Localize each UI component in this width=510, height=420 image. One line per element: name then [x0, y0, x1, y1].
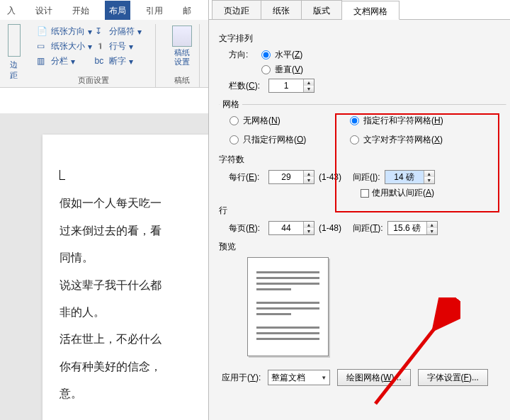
tab-document-grid[interactable]: 文档网格	[342, 1, 400, 20]
spinner-down-icon[interactable]: ▼	[304, 228, 314, 234]
spinner-down-icon[interactable]: ▼	[424, 177, 434, 183]
lines-per-page-spinner[interactable]: ▲▼	[268, 221, 314, 235]
no-grid-radio[interactable]: 无网格(N)	[230, 115, 350, 127]
spinner-up-icon[interactable]: ▲	[424, 171, 434, 177]
line-spacing-spinner[interactable]: ▲▼	[387, 221, 438, 235]
use-default-spacing-checkbox[interactable]: 使用默认间距(A)	[361, 187, 434, 199]
ribbon-tab-references[interactable]: 引用	[142, 1, 167, 20]
breaks-button[interactable]: ↧分隔符 ▾	[94, 24, 152, 39]
hyphenation-button[interactable]: bc断字 ▾	[94, 54, 152, 69]
writing-paper-icon[interactable]	[172, 25, 192, 47]
apply-to-label: 应用于(Y):	[222, 372, 261, 384]
line-numbers-button[interactable]: 1️行号 ▾	[94, 39, 152, 54]
columns-icon: ▥	[37, 56, 48, 67]
char-spacing-spinner[interactable]: ▲▼	[385, 170, 435, 184]
line-numbers-icon: 1️	[95, 41, 106, 52]
ribbon-group-writing-paper: 稿纸 设置 稿纸	[164, 24, 200, 87]
lines-per-page-range: (1-48)	[319, 223, 341, 233]
char-spacing-label: 间距(I):	[353, 171, 380, 183]
text-arrange-title: 文字排列	[219, 33, 500, 45]
hyphen-icon: bc	[95, 56, 106, 67]
tab-layout[interactable]: 版式	[302, 0, 342, 19]
chars-per-line-label: 每行(E):	[229, 171, 264, 183]
orientation-icon: 📄	[37, 26, 48, 38]
lines-title: 行	[219, 205, 500, 217]
writing-paper-button[interactable]: 稿纸 设置	[174, 48, 190, 67]
ribbon-tab-mailings[interactable]: 邮	[178, 1, 196, 20]
line-char-grid-radio[interactable]: 指定行和字符网格(H)	[350, 115, 506, 127]
apply-to-combo[interactable]: 整篇文档 ▼	[268, 370, 330, 385]
ribbon-tab-insert[interactable]: 入	[3, 1, 20, 20]
ribbon-group-page-setup: 📄纸张方向 ▾ ↧分隔符 ▾ ▭纸张大小 ▾ 1️行号 ▾ ▥分栏 ▾ bc断字…	[31, 24, 156, 87]
columns-button[interactable]: ▥分栏 ▾	[35, 54, 94, 69]
tab-margins[interactable]: 页边距	[212, 0, 261, 19]
breaks-icon: ↧	[95, 26, 106, 38]
page-setup-group-label: 页面设置	[31, 75, 155, 86]
chars-title: 字符数	[219, 154, 500, 166]
ribbon-tab-home[interactable]: 开始	[68, 1, 94, 20]
orientation-button[interactable]: 📄纸张方向 ▾	[35, 24, 94, 39]
direction-label: 方向:	[229, 49, 257, 61]
spinner-up-icon[interactable]: ▲	[304, 171, 314, 177]
spinner-up-icon[interactable]: ▲	[427, 222, 437, 228]
spinner-down-icon[interactable]: ▼	[427, 228, 437, 234]
columns-count-label: 栏数(C):	[229, 80, 264, 92]
spinner-down-icon[interactable]: ▼	[304, 177, 314, 183]
char-align-grid-radio[interactable]: 文字对齐字符网格(X)	[350, 134, 506, 146]
columns-count-input[interactable]	[269, 79, 303, 92]
grid-fieldset: 网格 无网格(N) 指定行和字符网格(H) 只指定行网格(O) 文字对齐字符网格…	[219, 98, 506, 148]
direction-horizontal-radio[interactable]: 水平(Z)	[261, 49, 302, 61]
ribbon-tab-design[interactable]: 设计	[31, 1, 57, 20]
ribbon-margins-label[interactable]: 边距	[10, 59, 18, 81]
size-icon: ▭	[37, 41, 48, 52]
ribbon-tab-layout[interactable]: 布局	[105, 1, 130, 20]
text-cursor	[60, 170, 65, 180]
chars-per-line-spinner[interactable]: ▲▼	[268, 170, 314, 184]
char-spacing-input[interactable]	[385, 171, 424, 183]
chevron-down-icon: ▼	[321, 375, 327, 381]
line-only-grid-radio[interactable]: 只指定行网格(O)	[230, 134, 350, 146]
writing-paper-group-label: 稿纸	[164, 75, 199, 86]
columns-count-spinner[interactable]: ▲▼	[268, 79, 314, 93]
grid-title: 网格	[220, 98, 242, 110]
spinner-up-icon[interactable]: ▲	[304, 222, 314, 228]
chars-per-line-input[interactable]	[269, 171, 303, 183]
preview-title: 预览	[219, 241, 500, 253]
line-spacing-label: 间距(T):	[353, 222, 383, 234]
lines-per-page-label: 每页(R):	[229, 222, 264, 234]
spinner-down-icon[interactable]: ▼	[304, 86, 314, 92]
page-setup-dialog: 页边距 纸张 版式 文档网格 文字排列 方向: 水平(Z) 垂直(V) 栏数(C…	[208, 0, 510, 420]
lines-per-page-input[interactable]	[269, 222, 303, 234]
preview-box	[247, 257, 329, 356]
ribbon-group-margins: 边距	[6, 24, 23, 87]
spinner-up-icon[interactable]: ▲	[304, 79, 314, 86]
apply-to-value: 整篇文档	[271, 372, 317, 384]
chars-per-line-range: (1-43)	[319, 172, 341, 182]
direction-vertical-radio[interactable]: 垂直(V)	[261, 64, 303, 76]
line-spacing-input[interactable]	[388, 222, 426, 234]
size-button[interactable]: ▭纸张大小 ▾	[35, 39, 94, 54]
font-settings-button[interactable]: 字体设置(F)...	[418, 369, 488, 386]
dialog-body: 文字排列 方向: 水平(Z) 垂直(V) 栏数(C): ▲▼ 网格 无网格(N)…	[209, 20, 510, 396]
dialog-tab-strip: 页边距 纸张 版式 文档网格	[209, 0, 510, 20]
draw-grid-button[interactable]: 绘图网格(W)...	[337, 369, 410, 386]
tab-paper[interactable]: 纸张	[261, 0, 302, 19]
